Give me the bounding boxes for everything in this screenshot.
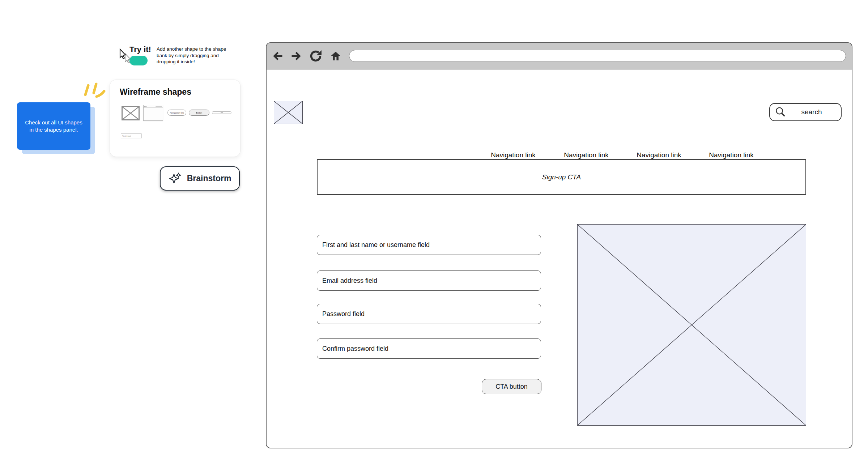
- nav-link-1[interactable]: Navigation link: [488, 151, 539, 159]
- sparkle-emphasis-icon: [80, 81, 109, 101]
- password-field[interactable]: Password field: [317, 304, 541, 324]
- email-field[interactable]: Email address field: [317, 270, 541, 291]
- search-label: search: [787, 108, 837, 116]
- logo-placeholder[interactable]: [274, 101, 303, 124]
- home-icon: [330, 50, 341, 62]
- mini-browser-toolbar: [144, 105, 163, 108]
- try-it-label: Try it!: [129, 45, 151, 54]
- button-shape[interactable]: Button: [189, 110, 209, 116]
- sticky-note-text: Check out all UI shapes in the shapes pa…: [23, 119, 85, 133]
- signup-cta-label: Sign-up CTA: [542, 173, 581, 181]
- search-bar-shape[interactable]: [212, 111, 231, 114]
- signup-cta-banner[interactable]: Sign-up CTA: [317, 159, 806, 195]
- confirm-password-field[interactable]: Confirm password field: [317, 338, 541, 359]
- image-placeholder[interactable]: [577, 224, 806, 426]
- nav-link-4[interactable]: Navigation link: [706, 151, 757, 159]
- forward-button[interactable]: [291, 51, 302, 61]
- home-button[interactable]: [330, 50, 341, 62]
- sparkle-icon: [169, 172, 182, 185]
- nav-link-3[interactable]: Navigation link: [634, 151, 684, 159]
- shape-bank-panel[interactable]: Wireframe shapes Navigation link Button …: [110, 80, 241, 157]
- forward-arrow-icon: [291, 51, 302, 61]
- wireframe-browser-window[interactable]: Navigation link Navigation link Navigati…: [266, 42, 852, 448]
- toggle-switch[interactable]: [129, 56, 148, 65]
- browser-window-shape[interactable]: [143, 105, 163, 121]
- shape-bank-title: Wireframe shapes: [120, 87, 191, 97]
- search-box[interactable]: search: [769, 103, 842, 121]
- search-bar-shape-dash: [221, 112, 223, 113]
- brainstorm-label: Brainstorm: [187, 174, 231, 183]
- reload-icon: [309, 50, 322, 63]
- button-shape-label: Button: [196, 112, 202, 114]
- back-arrow-icon: [272, 51, 283, 61]
- wireframe-page: Navigation link Navigation link Navigati…: [267, 69, 852, 448]
- image-placeholder-shape[interactable]: [122, 106, 140, 120]
- cta-button[interactable]: CTA button: [482, 379, 541, 394]
- text-input-shape-label: Text input: [122, 135, 131, 137]
- brainstorm-button[interactable]: Brainstorm: [160, 166, 240, 191]
- search-icon: [774, 106, 787, 118]
- browser-toolbar: [267, 43, 852, 69]
- name-field[interactable]: First and last name or username field: [317, 235, 541, 255]
- text-input-shape[interactable]: Text input: [121, 133, 142, 138]
- back-button[interactable]: [272, 51, 283, 61]
- navigation-link-shape-label: Navigation link: [170, 112, 184, 114]
- nav-link-2[interactable]: Navigation link: [561, 151, 612, 159]
- sticky-note[interactable]: Check out all UI shapes in the shapes pa…: [17, 102, 90, 150]
- url-bar[interactable]: [349, 50, 846, 62]
- tip-text: Add another shape to the shape bank by s…: [157, 46, 234, 65]
- navigation-link-shape[interactable]: Navigation link: [167, 110, 186, 116]
- reload-button[interactable]: [309, 50, 322, 63]
